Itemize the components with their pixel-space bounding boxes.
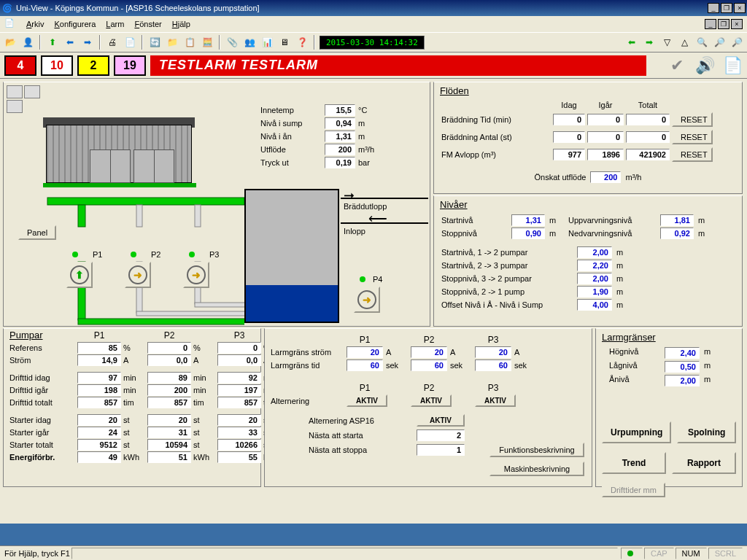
alt-p3-button[interactable]: AKTIV	[475, 394, 516, 407]
st21-value[interactable]: 1,90	[577, 286, 612, 298]
alarm-count-critical[interactable]: 4	[4, 55, 36, 76]
rapport-button[interactable]: Rapport	[672, 452, 736, 474]
larmgranser-title: Larmgränser	[596, 329, 742, 346]
new-page-icon[interactable]: 📄	[722, 55, 743, 76]
fm-idag: 977	[553, 149, 585, 160]
inflow-arrow-icon: ⟵	[368, 211, 387, 227]
st32-value[interactable]: 2,00	[577, 273, 612, 284]
nav-fwd-icon[interactable]: ➡	[642, 35, 657, 50]
tool-help-icon[interactable]: ❓	[295, 35, 309, 50]
start-value[interactable]: 1,31	[511, 214, 545, 226]
child-restore-button[interactable]: ❐	[718, 19, 729, 29]
minimize-button[interactable]: _	[708, 3, 719, 13]
tryck-label: Tryck ut	[260, 158, 319, 167]
onskat-value[interactable]: 200	[590, 171, 621, 183]
menu-arkiv[interactable]: Arkiv	[22, 18, 48, 30]
stopp-value[interactable]: 0,90	[511, 228, 545, 239]
stopp-label: Stoppnivå	[441, 229, 507, 238]
s12-label: Startnivå, 1 -> 2 pumpar	[441, 248, 573, 257]
nasta-stopp-value: 1	[417, 444, 465, 456]
nav-up-icon[interactable]: △	[677, 35, 692, 50]
child-close-button[interactable]: ×	[731, 19, 743, 29]
spolning-button[interactable]: Spolning	[677, 421, 736, 443]
fm-tot: 421902	[626, 149, 670, 160]
svg-rect-5	[78, 319, 244, 324]
acknowledge-icon[interactable]: ✔	[667, 55, 687, 76]
tool-screen-icon[interactable]: 🖥	[277, 35, 292, 50]
upp-label: Uppvarvningsnivå	[568, 216, 656, 225]
pump-p4-label: P4	[373, 275, 382, 284]
svg-rect-7	[136, 311, 244, 316]
tool-left-icon[interactable]: ⬅	[63, 35, 77, 50]
alarm-count-low[interactable]: 19	[114, 55, 146, 76]
pump-p3[interactable]: ➜	[183, 262, 209, 288]
upp-value[interactable]: 1,81	[660, 214, 694, 226]
aniva-value[interactable]: 2,00	[665, 375, 700, 386]
tool-clip-icon[interactable]: 📎	[225, 35, 239, 50]
alt-p2-button[interactable]: AKTIV	[411, 394, 452, 407]
tool-chart-icon[interactable]: 📊	[260, 35, 274, 50]
tool-users-icon[interactable]: 👥	[242, 35, 257, 50]
nasta-start-value: 2	[417, 429, 465, 441]
tool-user-icon[interactable]: 👤	[20, 35, 35, 50]
child-minimize-button[interactable]: _	[705, 19, 716, 29]
ned-value[interactable]: 0,92	[660, 228, 694, 239]
off-value[interactable]: 4,00	[577, 299, 612, 311]
nav-thumb-3[interactable]	[7, 100, 23, 113]
tool-open-icon[interactable]: 📂	[3, 35, 18, 50]
alt-p1-button[interactable]: AKTIV	[347, 394, 387, 407]
tool-sheet-icon[interactable]: 📋	[182, 35, 197, 50]
onskat-unit: m³/h	[625, 173, 641, 182]
toolbar: 📂 👤 ⬆ ⬅ ➡ 🖨 📄 🔄 📁 📋 🧮 📎 👥 📊 🖥 ❓ 2015-03-…	[0, 32, 747, 52]
bradd-tid-reset-button[interactable]: RESET	[672, 112, 713, 127]
bradd-ant-reset-button[interactable]: RESET	[672, 130, 713, 144]
close-button[interactable]: ×	[734, 3, 746, 13]
pump-p4[interactable]: ➜	[354, 287, 380, 313]
tool-print-icon[interactable]: 🖨	[105, 35, 120, 50]
maskinbeskrivning-button[interactable]: Maskinbeskrivning	[489, 462, 584, 476]
utflode-label: Utflöde	[260, 145, 319, 154]
fm-reset-button[interactable]: RESET	[672, 147, 713, 162]
larmgranser-panel: Larmgränser Högnivå 2,40 m Lågnivå 0,50 …	[595, 328, 743, 487]
pump-p1[interactable]: ⬆	[66, 262, 93, 288]
status-cap: CAP	[644, 548, 674, 559]
maximize-button[interactable]: ❐	[721, 3, 732, 13]
s12-value[interactable]: 2,00	[577, 246, 612, 258]
tool-zoomin-icon[interactable]: 🔎	[712, 35, 727, 50]
nav-back-icon[interactable]: ⬅	[624, 35, 639, 50]
nav-down-icon[interactable]: ▽	[659, 35, 674, 50]
menu-larm[interactable]: Larm	[101, 18, 128, 30]
tryck-value: 0,19	[325, 157, 355, 168]
hogniva-value[interactable]: 2,40	[665, 347, 700, 359]
tryck-unit: bar	[358, 158, 384, 167]
tool-folder-icon[interactable]: 📁	[165, 35, 179, 50]
s23-value[interactable]: 2,20	[577, 260, 612, 271]
bradd-tid-label: Bräddning Tid (min)	[441, 115, 551, 124]
alarm-count-high[interactable]: 10	[41, 55, 73, 76]
bradd-ant-igar: 0	[587, 131, 624, 143]
niva-sump-label: Nivå i sump	[260, 119, 319, 128]
trend-button[interactable]: Trend	[602, 452, 666, 474]
alarm-count-medium[interactable]: 2	[77, 55, 109, 76]
pump-p2[interactable]: ➜	[125, 262, 151, 288]
menu-hjalp[interactable]: Hjälp	[168, 18, 195, 30]
alarm-banner: TESTLARM TESTLARM	[150, 55, 646, 76]
tool-doc-icon[interactable]: 📄	[123, 35, 137, 50]
menu-fonster[interactable]: Fönster	[130, 18, 166, 30]
tool-up-icon[interactable]: ⬆	[45, 35, 60, 50]
lagniva-value[interactable]: 0,50	[665, 361, 700, 373]
nav-thumb-1[interactable]	[7, 85, 23, 98]
tool-refresh-icon[interactable]: 🔄	[147, 35, 162, 50]
nav-thumb-2[interactable]	[24, 85, 40, 98]
mute-icon[interactable]: 🔊	[694, 55, 715, 76]
tool-calc-icon[interactable]: 🧮	[200, 35, 214, 50]
menu-konfigurera[interactable]: Konfigurera	[50, 18, 100, 30]
tool-right-icon[interactable]: ➡	[80, 35, 95, 50]
tool-zoomout-icon[interactable]: 🔎	[729, 35, 744, 50]
alt-asp16-button[interactable]: AKTIV	[417, 414, 465, 427]
drifttider-button[interactable]: Drifttider mm	[602, 483, 665, 497]
urpumpning-button[interactable]: Urpumpning	[602, 421, 671, 443]
funktionsbeskrivning-button[interactable]: Funktionsbeskrivning	[489, 443, 584, 457]
status-scrl: SCRL	[708, 548, 743, 559]
tool-find-icon[interactable]: 🔍	[694, 35, 709, 50]
